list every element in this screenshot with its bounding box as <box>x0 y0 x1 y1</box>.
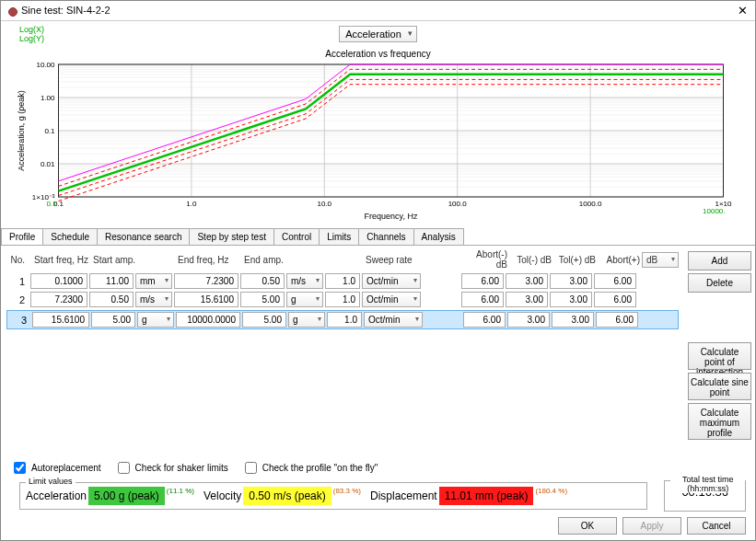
svg-text:1.00: 1.00 <box>41 94 55 102</box>
add-button[interactable]: Add <box>688 251 751 270</box>
tol-neg-input[interactable]: 3.00 <box>506 273 548 289</box>
calc-intersection-button[interactable]: Calculate point of intersection <box>688 342 751 370</box>
svg-text:10.00: 10.00 <box>36 61 55 69</box>
onthefly-checkbox[interactable]: Check the profile "on the fly" <box>241 459 378 477</box>
rate-select[interactable]: Oct/min <box>364 312 423 328</box>
start-freq-input[interactable]: 15.6100 <box>32 312 89 328</box>
abort-pos-input[interactable]: 6.00 <box>594 292 636 307</box>
tab-bar: ProfileScheduleResonance searchStep by s… <box>1 228 755 246</box>
calc-sine-button[interactable]: Calculate sine point <box>688 373 751 400</box>
tab-schedule[interactable]: Schedule <box>42 228 98 245</box>
abort-unit-select[interactable]: dB <box>642 252 679 268</box>
autoreplacement-checkbox[interactable]: Autoreplacement <box>10 459 101 477</box>
abort-pos-input[interactable]: 6.00 <box>596 312 638 328</box>
start-freq-input[interactable]: 7.2300 <box>30 292 87 307</box>
tab-step-by-step-test[interactable]: Step by step test <box>189 228 274 245</box>
start-unit-select[interactable]: g <box>137 312 174 328</box>
window-title: Sine test: SIN-4-2-2 <box>21 5 110 16</box>
svg-text:10.0: 10.0 <box>318 200 332 208</box>
close-icon[interactable]: ✕ <box>738 4 748 17</box>
titlebar: Sine test: SIN-4-2-2 ✕ <box>1 1 755 21</box>
end-freq-input[interactable]: 15.6100 <box>174 292 238 307</box>
svg-text:1000.0: 1000.0 <box>579 200 602 208</box>
end-amp-input[interactable]: 5.00 <box>240 292 285 307</box>
end-freq-input[interactable]: 10000.0000 <box>176 312 240 328</box>
svg-text:Acceleration, g (peak): Acceleration, g (peak) <box>17 90 26 171</box>
cancel-button[interactable]: Cancel <box>687 517 746 535</box>
start-amp-input[interactable]: 11.00 <box>89 273 134 289</box>
tol-neg-input[interactable]: 3.00 <box>506 292 548 307</box>
calc-max-button[interactable]: Calculate maximum profile <box>688 403 751 440</box>
tab-profile[interactable]: Profile <box>1 228 43 245</box>
gap-input[interactable]: 1.0 <box>325 292 360 307</box>
total-time-panel: Total test time (hh:mm:ss) 00:16:36 <box>664 480 746 512</box>
tol-neg-input[interactable]: 3.00 <box>507 312 550 328</box>
shaker-limits-checkbox[interactable]: Check for shaker limits <box>114 459 228 477</box>
end-freq-input[interactable]: 7.2300 <box>174 273 238 289</box>
svg-text:1.0: 1.0 <box>186 200 197 208</box>
table-header: No. Start freq, Hz Start amp. End freq, … <box>6 249 679 270</box>
gap-input[interactable]: 1.0 <box>327 312 362 328</box>
end-unit-select[interactable]: g <box>286 292 323 307</box>
delete-button[interactable]: Delete <box>688 273 751 293</box>
vel-label: Velocity <box>204 489 241 502</box>
table-row[interactable]: 27.23000.50m/s15.61005.00g1.0Oct/min6.00… <box>6 292 679 307</box>
tab-resonance-search[interactable]: Resonance search <box>97 228 190 245</box>
log-y-label: Log(Y) <box>19 34 44 43</box>
abort-neg-input[interactable]: 6.00 <box>463 312 506 328</box>
table-row[interactable]: 315.61005.00g10000.00005.00g1.0Oct/min6.… <box>6 310 679 329</box>
tab-analysis[interactable]: Analysis <box>413 228 464 245</box>
start-amp-input[interactable]: 0.50 <box>89 292 134 307</box>
svg-text:0.1: 0.1 <box>46 200 57 208</box>
apply-button[interactable]: Apply <box>622 517 681 535</box>
end-amp-input[interactable]: 0.50 <box>240 273 285 289</box>
abort-neg-input[interactable]: 6.00 <box>461 292 504 307</box>
svg-text:0.01: 0.01 <box>41 160 55 168</box>
abort-neg-input[interactable]: 6.00 <box>461 273 504 289</box>
rate-select[interactable]: Oct/min <box>362 273 421 289</box>
tol-pos-input[interactable]: 3.00 <box>552 312 594 328</box>
tab-channels[interactable]: Channels <box>358 228 413 245</box>
tab-control[interactable]: Control <box>273 228 320 245</box>
acc-label: Acceleration <box>26 489 87 502</box>
end-amp-input[interactable]: 5.00 <box>242 312 286 328</box>
end-unit-select[interactable]: m/s <box>286 273 323 289</box>
end-unit-select[interactable]: g <box>288 312 325 328</box>
ok-button[interactable]: OK <box>558 517 617 535</box>
acc-value: 5.00 g (peak) <box>88 487 165 505</box>
chart: 0.11.010.0100.01000.01×101×10⁻³0.010.11.… <box>14 59 742 223</box>
log-x-label: Log(X) <box>19 25 44 34</box>
bottom-checkboxes: Autoreplacement Check for shaker limits … <box>1 455 755 480</box>
table-row[interactable]: 10.100011.00mm7.23000.50m/s1.0Oct/min6.0… <box>6 273 679 289</box>
chart-title: Acceleration vs frequency <box>1 49 755 59</box>
start-amp-input[interactable]: 5.00 <box>91 312 135 328</box>
vel-value: 0.50 m/s (peak) <box>243 487 331 505</box>
tab-limits[interactable]: Limits <box>319 228 359 245</box>
start-unit-select[interactable]: mm <box>135 273 172 289</box>
svg-text:Frequency, Hz: Frequency, Hz <box>365 212 418 221</box>
start-unit-select[interactable]: m/s <box>135 292 172 307</box>
log-scale-labels[interactable]: Log(X) Log(Y) <box>19 25 44 43</box>
disp-value: 11.01 mm (peak) <box>439 487 534 505</box>
rate-select[interactable]: Oct/min <box>362 292 421 307</box>
limit-values-panel: Limit values Acceleration5.00 g (peak)(1… <box>19 482 647 510</box>
tol-pos-input[interactable]: 3.00 <box>550 292 592 307</box>
start-freq-input[interactable]: 0.1000 <box>30 273 87 289</box>
svg-text:0.1: 0.1 <box>44 127 55 135</box>
abort-pos-input[interactable]: 6.00 <box>594 273 636 289</box>
svg-text:100.0: 100.0 <box>448 200 468 208</box>
quantity-select[interactable]: Acceleration <box>339 26 417 42</box>
tol-pos-input[interactable]: 3.00 <box>550 273 592 289</box>
gap-input[interactable]: 1.0 <box>325 273 360 289</box>
app-icon <box>8 7 17 17</box>
svg-text:10000.: 10000. <box>703 207 725 215</box>
disp-label: Displacement <box>370 489 437 502</box>
